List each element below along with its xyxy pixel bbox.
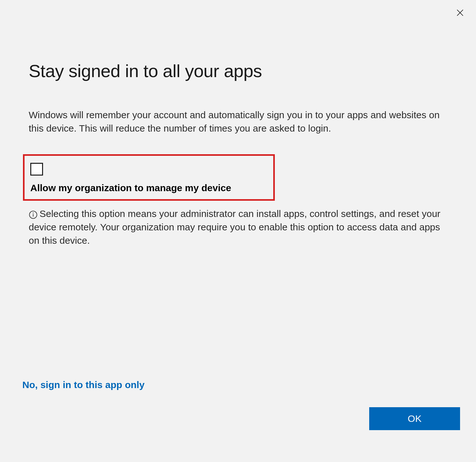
info-section: Selecting this option means your adminis… <box>29 207 447 247</box>
dialog-description: Windows will remember your account and a… <box>29 108 447 135</box>
dialog-content: Stay signed in to all your apps Windows … <box>6 6 470 247</box>
manage-device-label: Allow my organization to manage my devic… <box>30 183 267 193</box>
manage-device-section: Allow my organization to manage my devic… <box>23 154 275 201</box>
info-text: Selecting this option means your adminis… <box>29 208 440 246</box>
svg-point-4 <box>33 213 34 213</box>
dialog-title: Stay signed in to all your apps <box>29 61 447 81</box>
signin-app-only-link[interactable]: No, sign in to this app only <box>22 379 144 390</box>
close-icon <box>456 8 465 17</box>
close-button[interactable] <box>454 6 466 19</box>
button-section: OK <box>369 407 460 430</box>
manage-device-checkbox[interactable] <box>30 163 43 176</box>
checkbox-row: Allow my organization to manage my devic… <box>30 163 267 193</box>
ok-button[interactable]: OK <box>369 407 460 430</box>
signin-dialog: Stay signed in to all your apps Windows … <box>0 0 476 462</box>
info-icon <box>29 209 38 218</box>
link-section: No, sign in to this app only <box>22 379 144 390</box>
